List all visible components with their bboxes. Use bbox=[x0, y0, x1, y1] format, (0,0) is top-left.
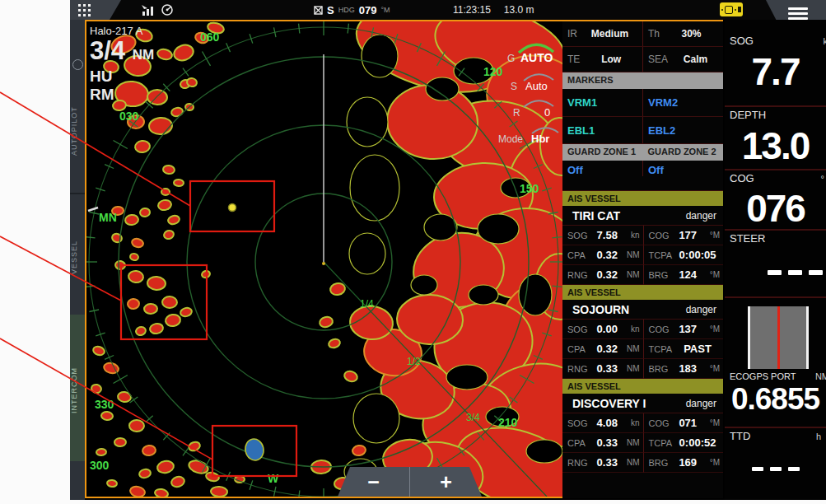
separator bbox=[725, 105, 826, 107]
ais-vessel-status: danger bbox=[686, 398, 716, 409]
ebl1-button[interactable]: EBL1 bbox=[562, 117, 642, 143]
svg-text:0: 0 bbox=[544, 106, 550, 119]
target-blue-echo[interactable] bbox=[244, 437, 266, 462]
depth-value[interactable]: 13.0 bbox=[725, 124, 826, 168]
hdg-value: 079 bbox=[359, 4, 377, 16]
depth-aux: 13.0 m bbox=[504, 4, 534, 16]
separator bbox=[725, 296, 826, 298]
ais-vessel-name: SOJOURN bbox=[572, 303, 629, 316]
radar-range: 3/4 bbox=[90, 36, 125, 65]
ais-vessel-header: AIS VESSEL bbox=[562, 379, 723, 394]
status-bar: S HDG 079 °M 11:23:15 13.0 m bbox=[70, 0, 826, 20]
sea-setting[interactable]: SEA Calm bbox=[642, 47, 723, 72]
bearing-120: 120 bbox=[483, 65, 503, 78]
threshold-setting[interactable]: Th 30% bbox=[642, 21, 723, 46]
ais-vessel-row[interactable]: SOJOURN danger bbox=[562, 300, 723, 320]
north-tick bbox=[88, 208, 98, 211]
radar-info-panel: IR Medium Th 30% TE Low SEA Calm MARKERS… bbox=[562, 21, 723, 498]
guard-zone-1-value[interactable]: Off bbox=[562, 161, 642, 176]
sog-value[interactable]: 7.7 bbox=[725, 49, 826, 94]
range-in-button[interactable]: + bbox=[410, 467, 482, 497]
mfd-screen: S HDG 079 °M 11:23:15 13.0 m AUTOPILOT V… bbox=[70, 0, 826, 500]
ebl2-button[interactable]: EBL2 bbox=[642, 117, 723, 143]
radar-source: Halo-217 A bbox=[90, 25, 154, 37]
sidebar-tab-autopilot[interactable]: AUTOPILOT bbox=[70, 77, 85, 184]
radar-echoes bbox=[91, 21, 564, 497]
bearing-mn: MN bbox=[99, 211, 117, 224]
depth-label: DEPTH bbox=[730, 109, 766, 121]
radar-ppi[interactable]: 060 030 MN 330 300 W 120 150 210 1/4 1/2… bbox=[86, 21, 564, 497]
ais-vessel-row[interactable]: TIRI CAT danger bbox=[562, 206, 723, 226]
vrm1-button[interactable]: VRM1 bbox=[562, 89, 642, 116]
autopilot-icon bbox=[72, 59, 83, 70]
ais-vessel-row[interactable]: DISCOVERY I danger bbox=[562, 394, 723, 413]
target-yellow-echo[interactable] bbox=[229, 204, 236, 212]
engine-alarm-icon[interactable] bbox=[720, 2, 743, 16]
clock-depth-status: 11:23:15 13.0 m bbox=[453, 0, 534, 20]
ttd-unit: h bbox=[816, 432, 821, 441]
ais-vessel-status: danger bbox=[686, 304, 716, 315]
bearing-030: 030 bbox=[119, 110, 139, 123]
bearing-210: 210 bbox=[498, 416, 518, 429]
bearing-330: 330 bbox=[95, 398, 114, 411]
guard-zone-1-header: GUARD ZONE 1 bbox=[562, 144, 643, 161]
ecogps-value[interactable]: 0.6855 bbox=[725, 382, 826, 417]
svg-text:S: S bbox=[511, 81, 517, 92]
ring-label-threequarter: 3/4 bbox=[466, 412, 480, 423]
range-out-button[interactable]: − bbox=[338, 467, 409, 497]
ecogps-port-label: ECOGPS PORT bbox=[730, 371, 796, 381]
instrument-bar: SOG k 7.7 DEPTH 13.0 COG ° 076 STEER ECO… bbox=[725, 20, 826, 500]
steer-value[interactable] bbox=[725, 264, 826, 278]
separator bbox=[725, 427, 826, 428]
ttd-value[interactable] bbox=[725, 460, 826, 474]
cog-value[interactable]: 076 bbox=[725, 186, 826, 231]
hdg-source: S bbox=[327, 4, 334, 16]
radar-range-unit: NM bbox=[133, 47, 154, 63]
ais-vessel-data: SOG7.58kn COG177°M CPA0.32NM TCPA0:00:05… bbox=[562, 226, 723, 285]
sidebar-tab-intercom[interactable]: INTERCOM bbox=[70, 337, 85, 444]
vrm2-button[interactable]: VRM2 bbox=[642, 89, 723, 116]
position-fix-icon bbox=[314, 6, 323, 15]
ring-label-half: 1/2 bbox=[407, 356, 421, 367]
radar-rotation-icon bbox=[161, 3, 175, 16]
bearing-w: W bbox=[268, 472, 279, 485]
steer-gauge[interactable] bbox=[748, 306, 809, 369]
svg-text:Auto: Auto bbox=[525, 80, 548, 92]
sog-label: SOG bbox=[730, 35, 754, 47]
guard-zone-2-value[interactable]: Off bbox=[642, 161, 723, 176]
guard-zone-2-header: GUARD ZONE 2 bbox=[643, 144, 724, 161]
bearing-300: 300 bbox=[90, 459, 110, 472]
clock: 11:23:15 bbox=[453, 4, 491, 16]
ais-vessel-status: danger bbox=[686, 210, 716, 222]
ais-vessel-name: TIRI CAT bbox=[572, 209, 620, 222]
own-ship-marker bbox=[322, 262, 325, 265]
sidebar-tab-vessel[interactable]: VESSEL bbox=[70, 208, 85, 306]
ais-vessel-data: SOG0.00kn COG137°M CPA0.32NM TCPAPAST RN… bbox=[562, 320, 723, 379]
ttd-label: TTD bbox=[730, 430, 750, 442]
sidebar-divider bbox=[70, 193, 85, 194]
hdg-unit: °M bbox=[380, 6, 390, 14]
cog-label: COG bbox=[730, 172, 754, 184]
steer-label: STEER bbox=[730, 232, 765, 245]
gauge-right-limit bbox=[806, 306, 809, 369]
ring-label-quarter: 1/4 bbox=[360, 298, 374, 310]
screenshot-page: { "status_bar": { "time": "11:23:15", "a… bbox=[0, 0, 826, 504]
apps-grid-icon[interactable] bbox=[78, 4, 96, 16]
transmit-signal-icon bbox=[141, 3, 156, 16]
radar-motion-mode: RM bbox=[90, 86, 154, 104]
ecogps-unit: NM bbox=[815, 371, 826, 381]
separator bbox=[725, 229, 826, 231]
ir-setting[interactable]: IR Medium bbox=[562, 21, 642, 46]
left-control-bar: AUTOPILOT VESSEL INTERCOM bbox=[70, 20, 85, 500]
radar-orientation: HU bbox=[90, 68, 154, 86]
heading-status[interactable]: S HDG 079 °M bbox=[314, 0, 390, 20]
separator bbox=[725, 169, 826, 170]
range-control: − + bbox=[338, 467, 482, 497]
ais-vessel-name: DISCOVERY I bbox=[572, 397, 646, 410]
ais-vessel-header: AIS VESSEL bbox=[562, 285, 723, 300]
svg-text:AUTO: AUTO bbox=[520, 51, 553, 64]
gauge-needle bbox=[777, 306, 780, 369]
markers-header: MARKERS bbox=[562, 72, 723, 89]
te-setting[interactable]: TE Low bbox=[562, 47, 642, 72]
gauge-left-limit bbox=[748, 306, 750, 369]
